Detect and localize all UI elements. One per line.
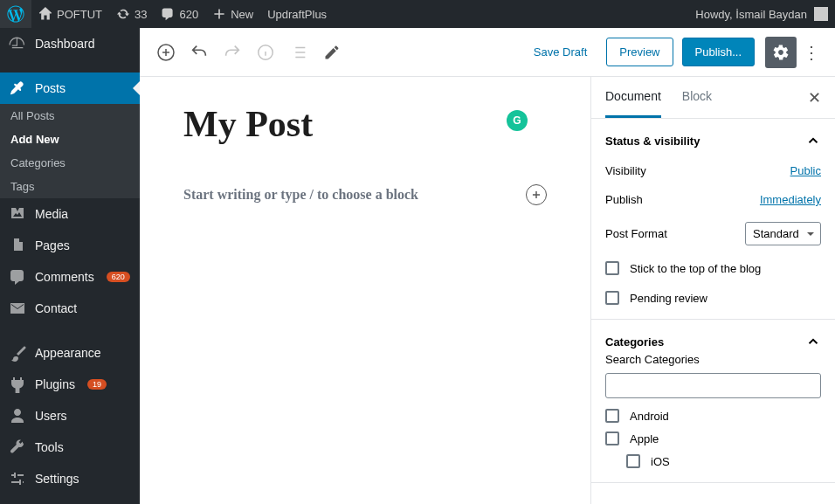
site-name: POFTUT <box>57 8 102 21</box>
pencil-icon <box>323 44 341 61</box>
panel-categories: Categories Search Categories Android <box>591 320 835 483</box>
categories-list: Android Apple iOS <box>605 409 821 468</box>
admin-bar-site[interactable]: POFTUT <box>31 0 109 28</box>
admin-bar-updates[interactable]: 33 <box>109 0 154 28</box>
sidebar-sub-tags[interactable]: Tags <box>0 175 140 198</box>
info-icon <box>256 43 275 62</box>
tab-document[interactable]: Document <box>605 77 661 118</box>
undo-button[interactable] <box>183 37 215 68</box>
settings-toggle-button[interactable] <box>765 37 797 68</box>
dashboard-icon <box>9 35 26 52</box>
plugins-badge: 19 <box>87 379 107 390</box>
home-icon <box>38 7 52 21</box>
main-wrap: Dashboard Posts All Posts Add New Catego… <box>0 28 835 504</box>
sidebar-item-dashboard[interactable]: Dashboard <box>0 28 140 59</box>
sidebar-item-contact[interactable]: Contact <box>0 293 140 324</box>
howdy-text: Howdy, İsmail Baydan <box>695 8 807 21</box>
visibility-label: Visibility <box>605 164 646 177</box>
list-item: Android <box>605 409 821 423</box>
editor-toolbar: Save Draft Preview Publish... ⋮ <box>140 28 835 77</box>
list-item: iOS <box>626 454 821 468</box>
list-icon <box>289 43 308 62</box>
sidebar-posts-submenu: All Posts Add New Categories Tags <box>0 104 140 198</box>
comment-icon <box>9 268 26 286</box>
comment-icon <box>161 7 175 21</box>
sliders-icon <box>9 470 26 487</box>
save-draft-button[interactable]: Save Draft <box>523 38 597 66</box>
update-icon <box>116 7 130 21</box>
undo-icon <box>190 43 209 62</box>
sidebar-item-appearance[interactable]: Appearance <box>0 337 140 369</box>
category-checkbox[interactable] <box>605 409 619 423</box>
sticky-checkbox[interactable] <box>605 261 619 275</box>
sidebar-item-media[interactable]: Media <box>0 198 140 230</box>
media-icon <box>9 205 26 223</box>
sidebar-item-comments[interactable]: Comments 620 <box>0 261 140 293</box>
more-options-button[interactable]: ⋮ <box>798 37 825 68</box>
sidebar-sub-all-posts[interactable]: All Posts <box>0 104 140 128</box>
preview-button[interactable]: Preview <box>606 38 673 66</box>
sidebar-sub-add-new[interactable]: Add New <box>0 128 140 151</box>
sidebar-item-posts[interactable]: Posts <box>0 72 140 104</box>
search-categories-label: Search Categories <box>605 353 821 366</box>
panel-status-visibility: Status & visibility Visibility Public Pu… <box>591 119 835 320</box>
sidebar-sub-categories[interactable]: Categories <box>0 151 140 175</box>
comments-count: 620 <box>179 8 198 21</box>
panel-status-toggle[interactable]: Status & visibility <box>605 133 821 148</box>
list-item: Apple <box>605 432 821 445</box>
sidebar-item-plugins[interactable]: Plugins 19 <box>0 369 140 400</box>
close-settings-button[interactable]: ✕ <box>808 88 821 107</box>
block-placeholder: Start writing or type / to choose a bloc… <box>183 187 526 203</box>
brush-icon <box>9 344 26 362</box>
admin-bar-updraft[interactable]: UpdraftPlus <box>260 0 334 28</box>
chevron-up-icon <box>805 334 821 349</box>
publish-value-button[interactable]: Immediately <box>760 193 821 206</box>
outline-button[interactable] <box>283 37 314 68</box>
comments-badge: 620 <box>107 272 130 282</box>
settings-tabs: Document Block ✕ <box>591 77 835 119</box>
admin-bar: POFTUT 33 620 New UpdraftPlus Howdy, İsm… <box>0 0 835 28</box>
chevron-up-icon <box>805 133 821 148</box>
user-icon <box>9 407 26 425</box>
edit-mode-button[interactable] <box>316 37 348 68</box>
search-categories-input[interactable] <box>605 373 821 398</box>
info-button[interactable] <box>250 37 281 68</box>
editor-content: Save Draft Preview Publish... ⋮ G Start … <box>140 28 835 504</box>
editor-body: G Start writing or type / to choose a bl… <box>140 77 835 504</box>
plus-icon <box>212 7 226 21</box>
admin-bar-account[interactable]: Howdy, İsmail Baydan <box>695 7 835 21</box>
plug-icon <box>9 376 26 393</box>
post-format-label: Post Format <box>605 227 667 240</box>
editor-canvas[interactable]: G Start writing or type / to choose a bl… <box>140 77 590 504</box>
sidebar-item-settings[interactable]: Settings <box>0 463 140 494</box>
post-format-select[interactable]: Standard <box>745 222 821 245</box>
tab-block[interactable]: Block <box>682 77 712 118</box>
admin-sidebar: Dashboard Posts All Posts Add New Catego… <box>0 28 140 504</box>
wp-logo-menu[interactable] <box>0 0 31 28</box>
wrench-icon <box>9 438 26 456</box>
redo-button[interactable] <box>217 37 248 68</box>
admin-bar-left: POFTUT 33 620 New UpdraftPlus <box>0 0 695 28</box>
category-checkbox[interactable] <box>626 454 640 468</box>
sidebar-item-pages[interactable]: Pages <box>0 230 140 261</box>
page-icon <box>9 237 26 254</box>
inline-inserter-button[interactable] <box>526 184 547 205</box>
plus-icon <box>530 189 542 201</box>
sidebar-item-users[interactable]: Users <box>0 400 140 432</box>
grammarly-icon[interactable]: G <box>507 110 528 131</box>
sidebar-item-tools[interactable]: Tools <box>0 432 140 463</box>
publish-label: Publish <box>605 193 643 206</box>
admin-bar-comments[interactable]: 620 <box>154 0 205 28</box>
admin-bar-new[interactable]: New <box>205 0 260 28</box>
panel-categories-toggle[interactable]: Categories <box>605 334 821 349</box>
settings-panel-body: Status & visibility Visibility Public Pu… <box>591 119 835 504</box>
category-checkbox[interactable] <box>605 432 619 445</box>
default-block[interactable]: Start writing or type / to choose a bloc… <box>183 184 547 205</box>
pending-checkbox[interactable] <box>605 291 619 305</box>
publish-button[interactable]: Publish... <box>682 38 755 66</box>
add-block-button[interactable] <box>150 37 182 68</box>
avatar <box>814 7 828 21</box>
visibility-value-button[interactable]: Public <box>790 164 821 177</box>
redo-icon <box>223 43 242 62</box>
post-title-input[interactable] <box>183 103 547 145</box>
